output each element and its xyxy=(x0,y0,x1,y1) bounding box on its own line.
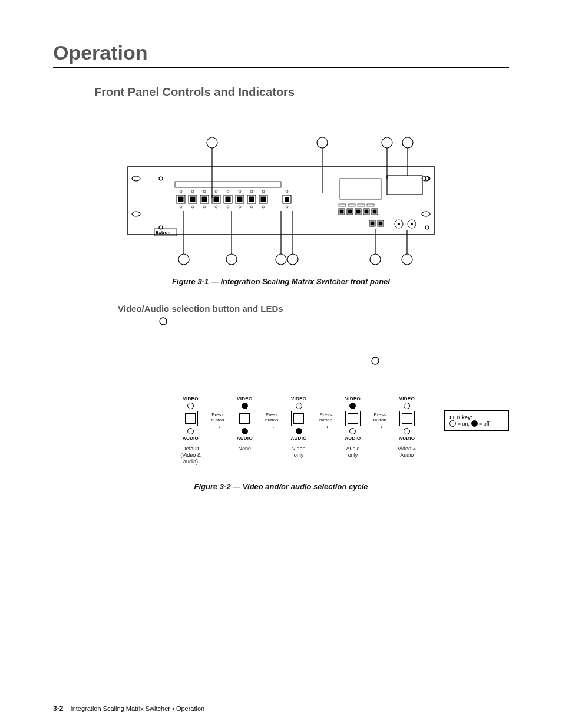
page-footer: 3-2 Integration Scaling Matrix Switcher … xyxy=(53,704,204,713)
subsection-title: Video/Audio selection button and LEDs xyxy=(118,304,509,314)
svg-rect-44 xyxy=(237,197,242,202)
svg-rect-42 xyxy=(226,197,230,202)
svg-point-28 xyxy=(425,177,429,180)
svg-point-56 xyxy=(262,190,265,193)
svg-rect-78 xyxy=(348,210,352,213)
state-none: VIDEO AUDIO None xyxy=(225,396,265,452)
chapter-title: Operation xyxy=(53,41,509,64)
svg-point-0 xyxy=(207,137,217,148)
svg-point-2 xyxy=(317,137,328,148)
svg-point-12 xyxy=(422,212,430,216)
svg-rect-38 xyxy=(202,197,207,202)
svg-point-59 xyxy=(203,206,206,208)
svg-point-52 xyxy=(215,190,217,193)
svg-point-54 xyxy=(239,190,241,193)
svg-point-64 xyxy=(262,206,265,208)
svg-rect-84 xyxy=(373,210,376,213)
svg-text:Extron: Extron xyxy=(156,230,170,235)
svg-point-10 xyxy=(132,212,140,216)
press-arrow-3: Press button → xyxy=(319,396,333,429)
svg-point-65 xyxy=(286,190,288,193)
svg-point-98 xyxy=(276,254,286,265)
svg-point-55 xyxy=(250,190,253,193)
svg-rect-32 xyxy=(175,182,281,187)
press-arrow-4: Press button → xyxy=(372,396,387,429)
svg-rect-34 xyxy=(178,197,183,202)
svg-point-49 xyxy=(180,190,182,193)
section-title: Front Panel Controls and Indicators xyxy=(94,85,509,99)
svg-rect-67 xyxy=(285,197,289,202)
figure-3-1: Extron xyxy=(53,134,509,286)
svg-rect-74 xyxy=(367,204,374,206)
svg-rect-93 xyxy=(387,176,422,195)
state-video-audio: VIDEO AUDIO Video & Audio xyxy=(387,396,427,459)
svg-point-92 xyxy=(411,223,413,225)
svg-rect-82 xyxy=(365,210,368,213)
svg-point-9 xyxy=(132,176,140,181)
svg-point-13 xyxy=(159,177,163,180)
svg-point-57 xyxy=(180,206,182,208)
svg-rect-88 xyxy=(379,222,382,225)
figure-3-2: VIDEO AUDIO Default (Video & audio) Pres… xyxy=(171,396,509,465)
press-arrow-1: Press button → xyxy=(210,396,225,429)
figure-3-2-caption: Figure 3-2 — Video and/or audio selectio… xyxy=(53,482,509,491)
svg-rect-69 xyxy=(340,179,381,199)
press-arrow-2: Press button → xyxy=(265,396,279,429)
svg-point-62 xyxy=(239,206,241,208)
callout-dot-right xyxy=(371,357,509,367)
svg-rect-73 xyxy=(358,204,365,206)
led-key-box: LED key: = on, = off xyxy=(444,410,509,431)
svg-point-3 xyxy=(402,137,413,148)
svg-point-100 xyxy=(287,254,298,265)
state-audio-only: VIDEO AUDIO Audio only xyxy=(333,396,372,459)
svg-point-29 xyxy=(425,226,429,229)
svg-rect-71 xyxy=(339,204,346,206)
state-default: VIDEO AUDIO Default (Video & audio) xyxy=(171,396,210,465)
svg-point-61 xyxy=(227,206,229,208)
svg-point-90 xyxy=(398,223,400,225)
svg-point-53 xyxy=(227,190,229,193)
svg-point-94 xyxy=(178,254,189,265)
callout-dot-left xyxy=(159,317,509,327)
front-panel-diagram: Extron xyxy=(116,134,446,270)
svg-point-58 xyxy=(191,206,194,208)
svg-rect-80 xyxy=(356,210,360,213)
svg-point-102 xyxy=(370,254,381,265)
svg-point-104 xyxy=(402,254,412,265)
svg-rect-76 xyxy=(340,210,343,213)
svg-rect-86 xyxy=(371,222,374,225)
svg-point-68 xyxy=(286,206,288,208)
svg-rect-72 xyxy=(348,204,355,206)
svg-point-106 xyxy=(160,318,167,325)
svg-point-60 xyxy=(215,206,217,208)
svg-point-1 xyxy=(382,137,392,148)
svg-rect-48 xyxy=(261,197,266,202)
state-video-only: VIDEO AUDIO Video only xyxy=(279,396,319,459)
svg-point-63 xyxy=(250,206,253,208)
svg-point-50 xyxy=(191,190,194,193)
svg-point-107 xyxy=(372,357,379,364)
svg-point-96 xyxy=(226,254,237,265)
title-rule xyxy=(53,67,509,68)
svg-point-51 xyxy=(203,190,206,193)
svg-rect-46 xyxy=(249,197,254,202)
figure-3-1-caption: Figure 3-1 — Integration Scaling Matrix … xyxy=(53,277,509,286)
svg-rect-40 xyxy=(214,197,219,202)
svg-rect-36 xyxy=(190,197,195,202)
